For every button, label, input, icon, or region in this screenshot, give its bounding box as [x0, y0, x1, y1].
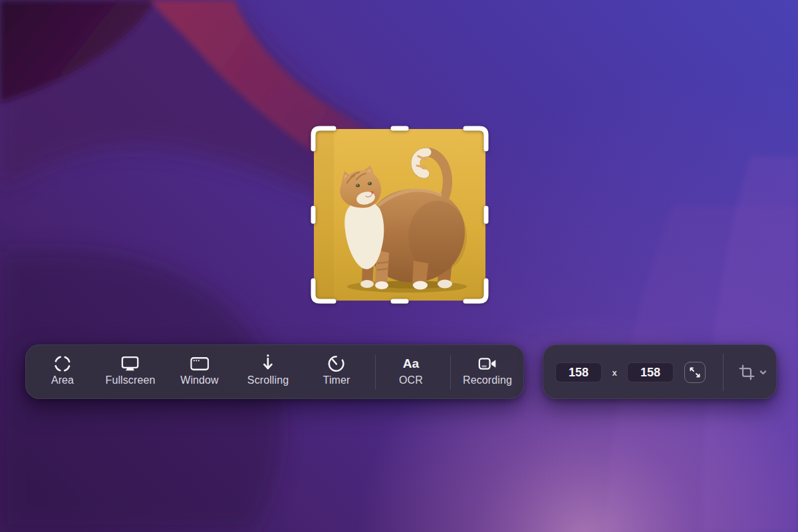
display-icon: [121, 354, 140, 373]
expand-selection-button[interactable]: [684, 362, 706, 383]
toolbar-separator: [375, 355, 376, 390]
video-camera-icon: [478, 354, 497, 373]
toolbar-button-label: Scrolling: [247, 374, 289, 386]
arrow-down-icon: [259, 354, 277, 373]
expand-diagonal-icon: [688, 366, 702, 379]
toolbar-button-ocr[interactable]: Aa OCR: [395, 345, 427, 400]
toolbar-button-label: Recording: [463, 374, 512, 386]
size-panel-separator: [723, 354, 724, 391]
text-aa-icon: Aa: [403, 354, 419, 373]
toolbar-button-window[interactable]: Window: [176, 345, 223, 400]
toolbar-button-label: Fullscreen: [106, 374, 156, 386]
timer-icon: [327, 354, 346, 373]
crop-options-button[interactable]: [732, 361, 773, 384]
crop-icon: [738, 364, 755, 381]
window-icon: [190, 354, 209, 373]
toolbar-button-recording[interactable]: Recording: [459, 345, 516, 400]
capture-mode-toolbar: Area Fullscreen Window: [25, 344, 524, 399]
toolbar-button-label: Timer: [323, 374, 350, 386]
selection-size-panel: x: [543, 344, 777, 399]
toolbar-button-scrolling[interactable]: Scrolling: [243, 345, 293, 400]
area-viewfinder-icon: [53, 354, 72, 373]
toolbar-button-timer[interactable]: Timer: [319, 345, 354, 400]
capture-selection-region[interactable]: [314, 129, 485, 301]
toolbar-button-area[interactable]: Area: [47, 345, 78, 400]
toolbar-separator: [450, 355, 451, 390]
toolbar-button-label: Area: [51, 374, 74, 386]
toolbar-button-label: OCR: [399, 374, 423, 386]
capture-width-input[interactable]: [555, 362, 602, 382]
toolbar-button-fullscreen[interactable]: Fullscreen: [102, 345, 160, 400]
dimension-separator-label: x: [607, 362, 622, 382]
chevron-down-icon: [759, 368, 767, 376]
toolbar-button-label: Window: [180, 374, 219, 386]
captured-image-cat: [314, 129, 485, 301]
capture-height-input[interactable]: [627, 362, 674, 382]
